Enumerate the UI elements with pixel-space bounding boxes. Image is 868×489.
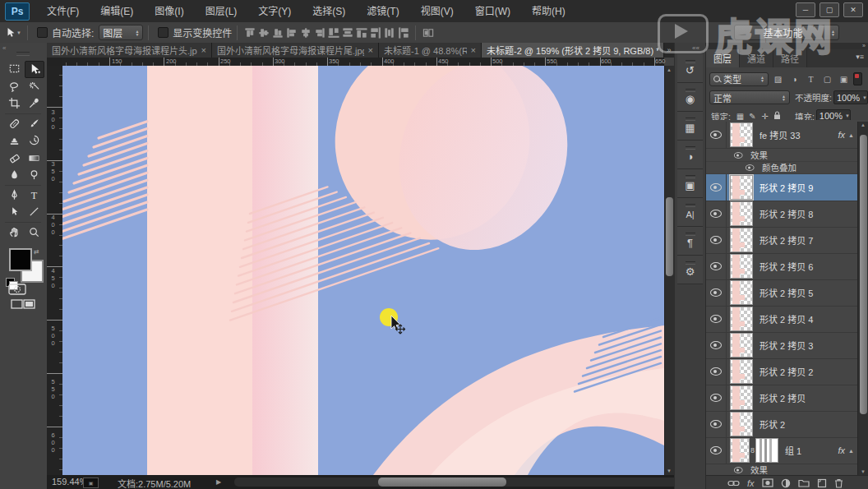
collapse-effects-icon[interactable]: ▲ (848, 132, 854, 138)
filter-shape-layers-icon[interactable]: ▢ (820, 72, 834, 85)
canvas-viewport[interactable] (62, 66, 664, 475)
layer-thumbnail[interactable] (730, 228, 753, 252)
collapse-effects-icon[interactable]: ▲ (848, 448, 854, 454)
tool-preset-move[interactable]: ▼ (4, 25, 22, 40)
visibility-toggle[interactable] (706, 279, 727, 306)
layer-row[interactable]: 形状 2 拷贝 3 (706, 332, 857, 359)
layer-thumbnail[interactable] (730, 280, 753, 305)
tab-close-icon[interactable]: × (368, 45, 373, 55)
menu-type[interactable]: 文字(Y) (247, 1, 302, 22)
mask-link-icon[interactable]: 8 (750, 446, 755, 454)
horizontal-scroll-thumb[interactable] (378, 477, 506, 487)
tab-channels[interactable]: 通道 (740, 49, 773, 67)
layer-row[interactable]: 形状 2 (706, 411, 857, 438)
align-bottom-edges-button[interactable] (270, 25, 284, 39)
add-layer-style-icon[interactable]: fx (747, 478, 755, 488)
distribute-bottom-edges-button[interactable] (354, 25, 368, 39)
line-tool[interactable] (25, 204, 43, 219)
layer-row[interactable]: fe 拷贝 33 fx ▲ (706, 122, 857, 149)
new-layer-icon[interactable] (817, 478, 827, 488)
align-left-edges-button[interactable] (284, 25, 298, 39)
add-layer-mask-icon[interactable] (762, 478, 773, 487)
panel-menu-icon[interactable]: ▾≡ (856, 53, 864, 61)
visibility-toggle[interactable] (706, 174, 727, 201)
align-top-edges-button[interactable] (242, 25, 256, 39)
layer-thumbnail[interactable] (730, 122, 753, 147)
mask-thumbnail[interactable] (755, 438, 778, 463)
align-horizontal-centers-button[interactable] (298, 25, 312, 39)
visibility-toggle[interactable] (706, 385, 727, 411)
character-panel-button[interactable]: A| (677, 198, 703, 227)
horizontal-scrollbar[interactable] (234, 477, 699, 487)
menu-file[interactable]: 文件(F) (36, 1, 90, 22)
eyedropper-tool[interactable] (25, 95, 43, 111)
tab-close-icon[interactable]: × (471, 45, 476, 55)
collapse-dock-icon[interactable]: » (862, 43, 866, 48)
status-menu-arrow-icon[interactable]: ▶ (216, 478, 221, 486)
workspace-switcher[interactable]: 基本功能 ▲▼ (734, 25, 839, 40)
filter-pixel-layers-icon[interactable]: ▨ (771, 72, 785, 85)
gradient-tool[interactable] (25, 150, 43, 166)
auto-align-layers-button[interactable] (421, 25, 435, 39)
pen-tool[interactable] (5, 187, 23, 203)
tab-layers[interactable]: 图层 (706, 49, 740, 67)
character-styles-panel-button[interactable]: ⚙ (677, 256, 703, 284)
spot-healing-brush-tool[interactable] (5, 116, 23, 131)
vertical-scroll-thumb[interactable] (666, 197, 673, 276)
fx-badge[interactable]: fx (838, 445, 846, 455)
dodge-tool[interactable] (25, 167, 43, 182)
quick-mask-button[interactable] (7, 281, 28, 297)
blur-tool[interactable] (5, 167, 23, 182)
tab-close-icon[interactable]: × (201, 45, 206, 55)
visibility-toggle[interactable] (706, 201, 727, 227)
document-tab[interactable]: 国外小清新风格字母海报课程片尾.jpg × (212, 43, 379, 58)
layer-row-selected[interactable]: 形状 2 拷贝 9 (706, 174, 857, 201)
scroll-up-icon[interactable]: ▲ (861, 122, 866, 127)
path-selection-tool[interactable] (5, 204, 23, 219)
new-group-icon[interactable] (798, 478, 810, 487)
layer-row[interactable]: 形状 2 拷贝 2 (706, 358, 857, 385)
filter-type-dropdown[interactable]: 类型 ▲▼ (709, 72, 769, 86)
menu-edit[interactable]: 编辑(E) (90, 1, 144, 22)
layer-row[interactable]: 形状 2 拷贝 (706, 385, 857, 412)
menu-view[interactable]: 视图(V) (410, 1, 464, 22)
align-right-edges-button[interactable] (312, 25, 326, 39)
layer-thumbnail[interactable] (730, 254, 753, 279)
visibility-toggle[interactable] (706, 306, 727, 332)
hand-tool[interactable] (5, 224, 23, 240)
layer-thumbnail[interactable] (730, 307, 753, 331)
rectangular-marquee-tool[interactable] (5, 61, 23, 76)
visibility-toggle[interactable] (706, 227, 727, 253)
visibility-toggle[interactable] (706, 253, 727, 279)
visibility-toggle[interactable] (706, 332, 727, 358)
horizontal-type-tool[interactable]: T (25, 187, 43, 203)
eraser-tool[interactable] (5, 150, 23, 166)
lock-image-icon[interactable]: ✎ (746, 112, 759, 121)
menu-image[interactable]: 图像(I) (144, 1, 194, 22)
scroll-down-icon[interactable]: ▼ (667, 468, 672, 473)
visibility-toggle[interactable] (706, 122, 727, 148)
eye-icon[interactable] (746, 164, 755, 171)
collapse-panel-icon[interactable]: « (2, 44, 6, 52)
magic-wand-tool[interactable] (25, 79, 43, 95)
filter-smart-objects-icon[interactable]: ▣ (837, 72, 851, 85)
filtering-toggle[interactable] (853, 72, 862, 85)
clone-stamp-tool[interactable] (5, 132, 23, 148)
zoom-tool[interactable] (25, 224, 43, 240)
layer-row[interactable]: 形状 2 拷贝 6 (706, 253, 857, 280)
layer-thumbnail[interactable] (730, 333, 753, 358)
brush-tool[interactable] (25, 116, 43, 131)
poster-artwork[interactable] (62, 66, 664, 475)
layer-row[interactable]: 形状 2 拷贝 5 (706, 279, 857, 307)
fx-badge[interactable]: fx (838, 130, 846, 140)
filter-type-layers-icon[interactable]: T (804, 72, 818, 85)
distribute-right-edges-button[interactable] (396, 25, 410, 39)
link-layers-icon[interactable] (727, 479, 740, 487)
filter-adjustment-layers-icon[interactable]: ◑ (787, 72, 801, 85)
menu-window[interactable]: 窗口(W) (464, 1, 521, 22)
eye-icon[interactable] (734, 467, 743, 473)
toolbar-grip[interactable] (16, 52, 30, 56)
close-button[interactable]: ✕ (843, 2, 863, 17)
swap-colors-icon[interactable]: ⇄ (34, 248, 39, 256)
scroll-down-icon[interactable]: ▼ (861, 469, 866, 474)
